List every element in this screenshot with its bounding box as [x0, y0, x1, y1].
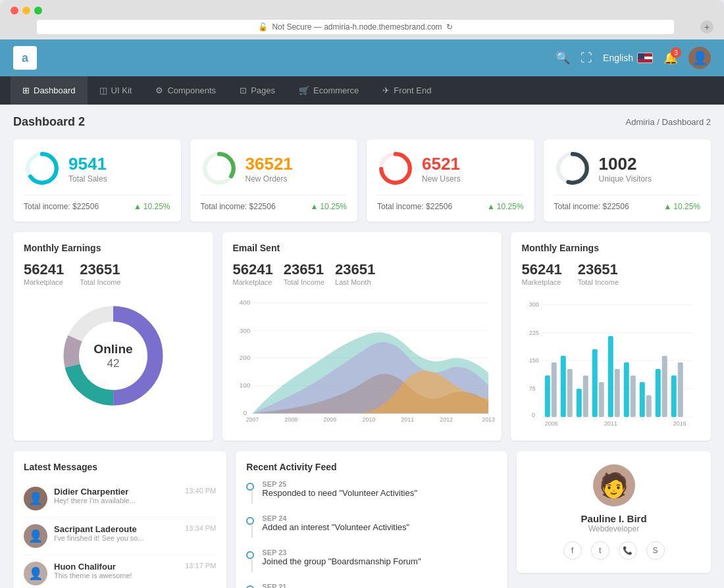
email-sent-stats: 56241 Marketplace 23651 Total Income 236…	[233, 261, 492, 286]
monthly-earnings-title: Monthly Earnings	[24, 243, 203, 253]
breadcrumb-current: Dashboard 2	[662, 117, 711, 127]
svg-text:2008: 2008	[284, 416, 297, 423]
nav-item-uikit[interactable]: ◫ UI Kit	[88, 76, 144, 105]
visitors-number: 1002	[599, 154, 652, 174]
new-tab-button[interactable]: +	[700, 20, 713, 34]
close-dot[interactable]	[11, 7, 18, 14]
address-bar[interactable]: 🔓 Not Secure — admiria-h.node.themesbran…	[37, 20, 674, 34]
monthly-earnings-stats: 56241 Marketplace 23651 Total Income	[24, 261, 203, 286]
components-icon: ⚙	[155, 86, 163, 95]
message-item-2[interactable]: 👤 Sacripant Laderoute I've finished it! …	[24, 518, 216, 555]
stat-card-bottom-users: Total income: $22506 ▲ 10.25%	[377, 195, 524, 211]
msg-text-2: I've finished it! See you so...	[54, 534, 178, 542]
svg-rect-46	[599, 382, 604, 417]
earnings2-marketplace-label: Marketplace	[521, 278, 561, 286]
nav-item-dashboard[interactable]: ⊞ Dashboard	[11, 76, 88, 105]
main-content: Dashboard 2 Admiria / Dashboard 2 9541 T…	[0, 105, 724, 588]
right-column: 🧑 Pauline I. Bird Webdeveloper f t 📞 S ❤…	[517, 451, 711, 588]
user-avatar[interactable]: 👤	[688, 47, 711, 69]
feed-line-2	[251, 525, 253, 538]
users-number: 6521	[422, 154, 461, 174]
message-item-1[interactable]: 👤 Didier Charpentier Hey! there I'm avai…	[24, 480, 216, 518]
feed-text-1: Responded to need "Volunteer Activities"	[262, 488, 417, 498]
stats-row: 9541 Total Sales Total income: $22506 ▲ …	[13, 139, 711, 222]
earnings2-total-label: Total Income	[578, 278, 619, 286]
stat-card-sales: 9541 Total Sales Total income: $22506 ▲ …	[13, 139, 181, 222]
uikit-icon: ◫	[99, 86, 107, 95]
browser-chrome: 🔓 Not Secure — admiria-h.node.themesbran…	[0, 0, 724, 39]
language-selector[interactable]: English	[603, 53, 653, 63]
svg-text:100: 100	[239, 381, 250, 389]
stat-card-bottom-orders: Total income: $22506 ▲ 10.25%	[201, 195, 348, 211]
svg-text:2009: 2009	[323, 416, 336, 423]
breadcrumb-sep: /	[657, 117, 661, 127]
activity-timeline: SEP 25 Responded to need "Volunteer Acti…	[246, 480, 497, 588]
maximize-dot[interactable]	[34, 7, 42, 14]
visitors-label: Unique Visitors	[599, 174, 652, 184]
email-sent-panel: Email Sent 56241 Marketplace 23651 Total…	[222, 232, 502, 441]
bottom-row: Latest Messages 👤 Didier Charpentier Hey…	[13, 451, 711, 588]
refresh-icon[interactable]: ↻	[446, 22, 453, 32]
nav-item-ecommerce[interactable]: 🛒 Ecommerce	[287, 76, 371, 105]
svg-rect-45	[592, 349, 598, 417]
notifications[interactable]: 🔔 3	[663, 51, 678, 65]
feed-date-2: SEP 24	[262, 514, 409, 522]
monthly-earnings2-panel: Monthly Earnings 56241 Marketplace 23651…	[511, 232, 711, 441]
middle-row: Monthly Earnings 56241 Marketplace 23651…	[13, 232, 711, 441]
doughnut-chart: Online 42	[24, 297, 203, 415]
facebook-icon[interactable]: f	[563, 541, 582, 560]
profile-role: Webdeveloper	[530, 524, 698, 533]
frontend-icon: ✈	[382, 86, 390, 95]
nav-label-components: Components	[167, 86, 216, 95]
svg-rect-49	[624, 362, 629, 417]
donut-center-label: Online	[93, 342, 132, 356]
earnings-total-income: 23651 Total Income	[80, 261, 120, 286]
phone-icon[interactable]: 📞	[619, 541, 637, 560]
doughnut-svg: Online 42	[57, 300, 169, 412]
svg-text:300: 300	[239, 327, 250, 334]
email-lastmonth-num: 23651	[335, 261, 375, 278]
svg-text:0: 0	[532, 412, 535, 418]
messages-title: Latest Messages	[24, 462, 216, 472]
msg-name-2: Sacripant Laderoute	[54, 524, 178, 534]
visitors-change: ▲ 10.25%	[663, 202, 700, 211]
nav-label-uikit: UI Kit	[111, 86, 132, 95]
svg-rect-50	[631, 376, 636, 417]
sales-number: 9541	[68, 154, 107, 174]
feed-line-1	[251, 491, 253, 504]
nav-label-pages: Pages	[251, 86, 275, 95]
nav-item-pages[interactable]: ⊡ Pages	[228, 76, 287, 105]
fullscreen-icon[interactable]: ⛶	[581, 51, 592, 65]
message-item-3[interactable]: 👤 Huon Chalifour This theme is awesome! …	[24, 555, 216, 588]
logo[interactable]: a	[13, 46, 37, 70]
twitter-icon[interactable]: t	[591, 541, 609, 560]
svg-text:400: 400	[239, 299, 250, 306]
feed-content-3: SEP 23 Joined the group "Boardsmanship F…	[262, 549, 421, 572]
minimize-dot[interactable]	[22, 7, 30, 14]
svg-rect-53	[656, 369, 661, 417]
feed-dot-2	[246, 517, 254, 525]
top-bar-right: 🔍 ⛶ English 🔔 3 👤	[556, 47, 711, 69]
bar-chart: 300 225 150 75 0	[521, 297, 700, 428]
feed-dot-3	[246, 551, 254, 559]
dashboard-icon: ⊞	[22, 86, 30, 95]
svg-text:225: 225	[529, 330, 539, 336]
skype-icon[interactable]: S	[646, 541, 665, 560]
messages-panel: Latest Messages 👤 Didier Charpentier Hey…	[13, 451, 226, 588]
svg-text:2011: 2011	[604, 420, 617, 427]
feed-item-2: SEP 24 Added an interest "Volunteer Acti…	[246, 514, 497, 538]
users-income: Total income: $22506	[377, 202, 452, 211]
msg-content-3: Huon Chalifour This theme is awesome!	[54, 562, 178, 579]
nav-item-components[interactable]: ⚙ Components	[143, 76, 228, 105]
feed-content-2: SEP 24 Added an interest "Volunteer Acti…	[262, 514, 409, 538]
msg-text-3: This theme is awesome!	[54, 572, 178, 579]
sales-change: ▲ 10.25%	[134, 202, 170, 211]
email-total-label: Total Income	[284, 278, 324, 286]
feed-date-4: SEP 21	[262, 583, 286, 588]
users-label: New Users	[422, 174, 461, 184]
nav-item-frontend[interactable]: ✈ Front End	[371, 76, 443, 105]
svg-rect-52	[646, 395, 652, 417]
sales-donut	[24, 150, 61, 187]
search-icon[interactable]: 🔍	[556, 51, 570, 65]
msg-content-1: Didier Charpentier Hey! there I'm availa…	[54, 487, 178, 504]
